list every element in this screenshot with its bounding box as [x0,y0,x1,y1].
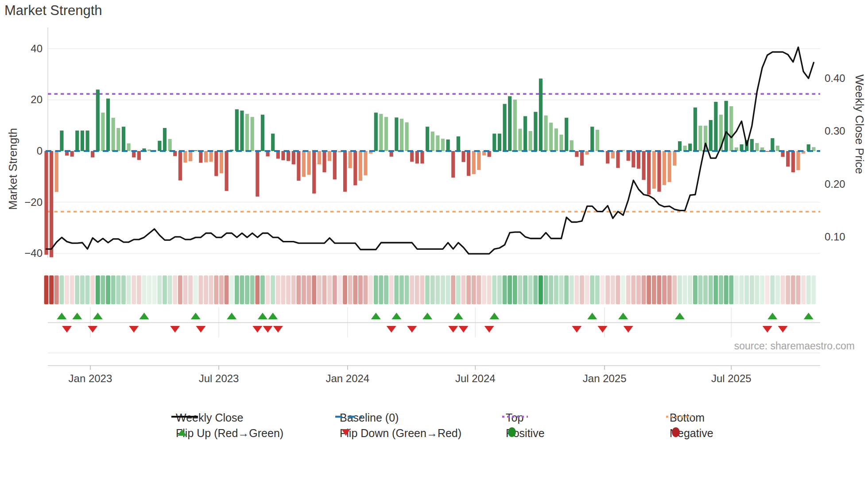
flip-down-marker [448,326,458,333]
heatmap-cell [698,275,703,304]
heatmap-cell [508,275,512,304]
heatmap-cell [255,275,260,304]
strength-bar [400,119,403,151]
flip-down-marker [129,326,139,333]
strength-bar [50,151,53,257]
heatmap-cell [533,275,538,304]
strength-bar [539,78,542,151]
heatmap-cell [101,275,105,304]
strength-bar [796,151,800,170]
y2-tick-label: 0.20 [825,178,860,190]
strength-bar [235,109,239,151]
strength-bar [281,151,285,160]
heatmap-cell [590,275,594,304]
strength-bar [55,151,58,192]
heatmap-cell [642,275,646,304]
bottom-swatch-icon [664,411,694,422]
heatmap-cell [312,275,316,304]
y-tick-label: −20 [12,196,43,209]
heatmap-cell [194,275,198,304]
heatmap-cell [281,275,286,304]
heatmap-cell [693,275,698,304]
strength-bar [292,151,295,164]
heatmap-cell [801,275,806,304]
strength-bar [395,117,398,151]
strength-bar [75,131,79,151]
heatmap-cell [523,275,527,304]
flip-down-marker [387,326,396,333]
heatmap-cell [441,275,445,304]
heatmap-cell [683,275,687,304]
flip-up-marker [587,313,597,319]
heatmap-cell [70,275,74,304]
heatmap-cell [503,275,507,304]
heatmap-cell [734,275,739,304]
heatmap-cell [322,275,327,304]
heatmap-cell [127,275,131,304]
heatmap-cell [775,275,780,304]
heatmap-cell [137,275,141,304]
strength-bar [647,151,651,194]
heatmap-cell [173,275,177,304]
heatmap-cell [132,275,136,304]
heatmap-cell [374,275,378,304]
legend-item-flip-down: Flip Down (Green→Red) [334,426,461,440]
heatmap-cell [456,275,461,304]
strength-bar [791,151,795,172]
heatmap-cell [570,275,574,304]
strength-bar [513,100,517,151]
flip-down-marker [170,326,180,333]
flip-down-marker [624,326,633,333]
strength-bar [220,151,223,173]
strength-bar [251,117,254,151]
flip-down-swatch-icon [334,426,364,438]
heatmap-cell [724,275,728,304]
heatmap-cell [435,275,440,304]
heatmap-cell [451,275,455,304]
legend-item-top: Top [500,411,523,424]
heatmap-cell [317,275,322,304]
heatmap-cell [147,275,151,304]
strength-bar [616,151,620,168]
heatmap-cell [652,275,656,304]
strength-bar [441,139,445,151]
strength-bar [410,151,414,162]
strength-bar [106,99,110,151]
heatmap-cell [678,275,682,304]
strength-bar [271,134,275,151]
heatmap-cell [80,275,85,304]
strength-bar [518,129,522,151]
strength-bar [431,132,434,151]
strength-bar [70,151,74,157]
heatmap-cell [116,275,120,304]
strength-bar [359,151,362,181]
heatmap-cell [595,275,600,304]
heatmap-cell [487,275,492,304]
heatmap-cell [250,275,255,304]
heatmap-cell [662,275,666,304]
heatmap-cell [389,275,394,304]
legend-item-positive: Positive [500,426,545,440]
heatmap-cell [425,275,430,304]
heatmap-cell [121,275,126,304]
heatmap-cell [482,275,486,304]
strength-bar [549,123,553,151]
strength-bar [750,139,754,151]
heatmap-cell [90,275,95,304]
strength-bar [245,114,249,151]
heatmap-cell [539,275,543,304]
strength-bar [384,117,388,151]
heatmap-cell [49,275,54,304]
strength-bar [575,151,578,157]
strength-bar [178,151,182,180]
y2-tick-label: 0.40 [825,72,860,85]
strength-bar [771,138,774,151]
strength-bar [652,151,656,189]
heatmap-cell [235,275,239,304]
heatmap-cell [106,275,110,304]
heatmap-cell [245,275,249,304]
x-tick-label: Jul 2023 [183,372,254,385]
strength-bar [194,150,198,151]
legend-item-bottom: Bottom [664,411,705,424]
heatmap-cell [302,275,306,304]
